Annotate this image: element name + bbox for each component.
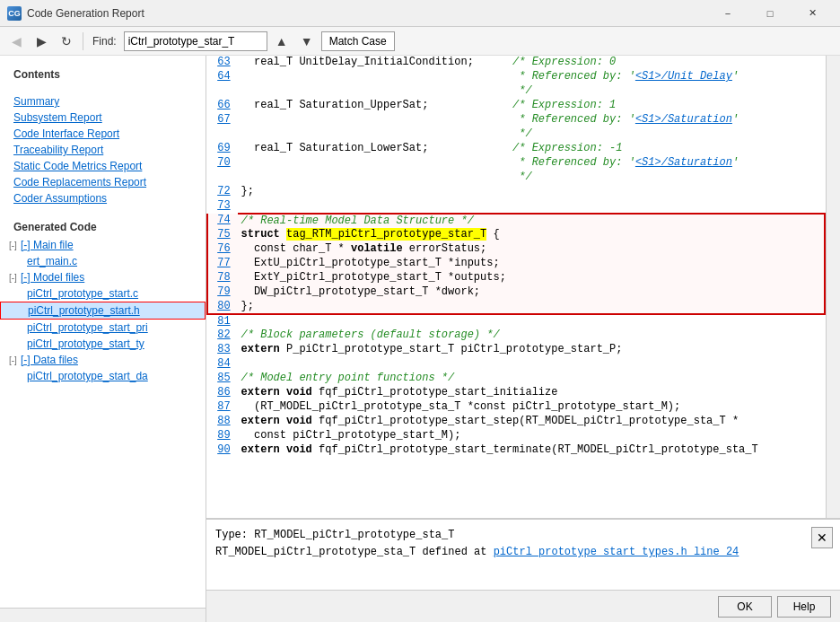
line-num[interactable]: 67 — [207, 113, 238, 127]
find-prev-button[interactable]: ▲ — [271, 31, 293, 52]
sidebar-item-static-metrics[interactable]: Static Code Metrics Report — [0, 158, 206, 174]
line-code: }; — [238, 300, 825, 314]
table-row: 78 ExtY_piCtrl_prototype_start_T *output… — [207, 271, 825, 285]
line-code: * Referenced by: '<S1>/Saturation' — [238, 113, 825, 127]
line-num[interactable]: 82 — [207, 329, 238, 343]
table-row: */ — [207, 84, 825, 99]
line-code: extern P_piCtrl_prototype_start_T piCtrl… — [238, 343, 825, 357]
line-num[interactable]: 69 — [207, 142, 238, 156]
model-file-0[interactable]: piCtrl_prototype_start.c — [0, 285, 206, 302]
model-file-1[interactable]: piCtrl_prototype_start.h — [0, 302, 206, 320]
sidebar-item-code-interface[interactable]: Code Interface Report — [0, 126, 206, 142]
line-num[interactable]: 90 — [207, 443, 238, 458]
line-num[interactable]: 80 — [207, 300, 238, 314]
sidebar-item-traceability[interactable]: Traceability Report — [0, 142, 206, 158]
line-num[interactable]: 81 — [207, 314, 238, 329]
line-num[interactable]: 79 — [207, 285, 238, 300]
line-num[interactable]: 75 — [207, 228, 238, 242]
line-num[interactable]: 63 — [207, 56, 238, 70]
line-code: /* Block parameters (default storage) */ — [238, 329, 825, 343]
data-file-0[interactable]: piCtrl_prototype_start_da — [0, 368, 206, 384]
line-code: /* Real-time Model Data Structure */ — [238, 214, 825, 228]
main-file-group[interactable]: [-] [-] Main file — [0, 237, 206, 253]
find-next-button[interactable]: ▼ — [296, 31, 318, 52]
table-row: 69 real_T Saturation_LowerSat; /* Expres… — [207, 142, 825, 156]
line-num[interactable]: 76 — [207, 242, 238, 257]
line-num[interactable]: 89 — [207, 429, 238, 443]
sidebar-item-summary[interactable]: Summary — [0, 93, 206, 110]
type-label: Type: RT_MODEL_piCtrl_prototype_sta_T — [215, 527, 831, 544]
line-num[interactable] — [207, 127, 238, 142]
bottom-close-button[interactable]: ✕ — [811, 527, 833, 548]
line-num[interactable]: 66 — [207, 99, 238, 113]
line-num[interactable]: 83 — [207, 343, 238, 357]
find-input[interactable] — [124, 31, 267, 51]
ert-main-label: ert_main.c — [27, 255, 77, 267]
table-row: 72 }; — [207, 185, 825, 199]
close-button[interactable]: ✕ — [792, 0, 833, 27]
line-code: extern void fqf_piCtrl_prototype_start_s… — [238, 415, 825, 429]
line-num[interactable] — [207, 84, 238, 99]
match-case-button[interactable]: Match Case — [321, 31, 395, 51]
line-num[interactable]: 86 — [207, 386, 238, 400]
line-code: struct tag_RTM_piCtrl_prototype_star_T { — [238, 228, 825, 242]
model-files-label: [-] Model files — [21, 271, 84, 284]
line-code: * Referenced by: '<S1>/Unit Delay' — [238, 70, 825, 84]
line-code: */ — [238, 127, 825, 142]
sidebar-scrollbar-x[interactable] — [0, 608, 206, 622]
app-icon: CG — [7, 6, 22, 21]
back-button[interactable]: ◀ — [5, 31, 27, 52]
ert-main-file[interactable]: ert_main.c — [0, 253, 206, 269]
table-row: 66 real_T Saturation_UpperSat; /* Expres… — [207, 99, 825, 113]
model-files-group[interactable]: [-] [-] Model files — [0, 269, 206, 285]
line-num[interactable] — [207, 171, 238, 185]
model-file-3[interactable]: piCtrl_prototype_start_ty — [0, 336, 206, 352]
minimize-button[interactable]: − — [707, 0, 748, 27]
generated-code-heading: Generated Code — [0, 215, 206, 237]
code-scrollbar[interactable] — [826, 56, 840, 518]
code-scroll-area[interactable]: 63 real_T UnitDelay_InitialCondition; /*… — [206, 56, 826, 518]
data-files-label: [-] Data files — [21, 354, 78, 366]
titlebar: CG Code Generation Report − □ ✕ — [0, 0, 840, 27]
code-table: 63 real_T UnitDelay_InitialCondition; /*… — [206, 56, 826, 458]
ok-button[interactable]: OK — [718, 596, 772, 618]
line-num[interactable]: 70 — [207, 156, 238, 171]
table-row: 90 extern void fqf_piCtrl_prototype_star… — [207, 443, 825, 458]
table-row: 79 DW_piCtrl_prototype_start_T *dwork; — [207, 285, 825, 300]
line-num[interactable]: 85 — [207, 372, 238, 386]
line-num[interactable]: 74 — [207, 214, 238, 228]
line-num[interactable]: 64 — [207, 70, 238, 84]
data-files-group[interactable]: [-] [-] Data files — [0, 352, 206, 368]
line-code: real_T UnitDelay_InitialCondition; /* Ex… — [238, 56, 825, 70]
definition-link[interactable]: piCtrl_prototype_start_types.h line 24 — [494, 546, 739, 558]
line-num[interactable]: 84 — [207, 357, 238, 372]
line-num[interactable]: 72 — [207, 185, 238, 199]
line-code: */ — [238, 171, 825, 185]
line-num[interactable]: 87 — [207, 400, 238, 415]
maximize-button[interactable]: □ — [749, 0, 791, 27]
line-num[interactable]: 77 — [207, 257, 238, 271]
sidebar-item-coder-assumptions[interactable]: Coder Assumptions — [0, 190, 206, 206]
line-code: */ — [238, 84, 825, 99]
table-row: 88 extern void fqf_piCtrl_prototype_star… — [207, 415, 825, 429]
line-num[interactable]: 78 — [207, 271, 238, 285]
sidebar-spacer — [0, 84, 206, 93]
code-content: 63 real_T UnitDelay_InitialCondition; /*… — [206, 56, 840, 518]
line-num[interactable]: 88 — [207, 415, 238, 429]
model-file-label-1: piCtrl_prototype_start.h — [28, 304, 140, 317]
forward-button[interactable]: ▶ — [31, 31, 52, 52]
line-code: extern void fqf_piCtrl_prototype_start_i… — [238, 386, 825, 400]
sidebar-item-code-replacements[interactable]: Code Replacements Report — [0, 174, 206, 190]
toggle-main: [-] — [9, 241, 17, 250]
line-code: ExtU_piCtrl_prototype_start_T *inputs; — [238, 257, 825, 271]
line-num[interactable]: 73 — [207, 199, 238, 214]
refresh-button[interactable]: ↻ — [56, 31, 77, 52]
table-row: 83 extern P_piCtrl_prototype_start_T piC… — [207, 343, 825, 357]
help-button[interactable]: Help — [777, 596, 831, 618]
code-panel: 63 real_T UnitDelay_InitialCondition; /*… — [206, 56, 840, 622]
toolbar: ◀ ▶ ↻ Find: ▲ ▼ Match Case — [0, 27, 840, 56]
line-code: real_T Saturation_LowerSat; /* Expressio… — [238, 142, 825, 156]
table-row: 67 * Referenced by: '<S1>/Saturation' — [207, 113, 825, 127]
sidebar-item-subsystem[interactable]: Subsystem Report — [0, 110, 206, 126]
model-file-2[interactable]: piCtrl_prototype_start_pri — [0, 320, 206, 336]
